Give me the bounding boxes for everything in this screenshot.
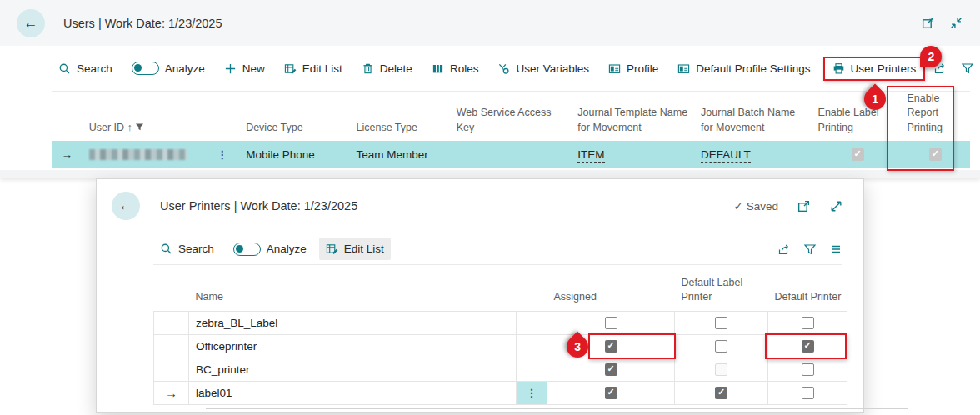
user-row[interactable]: → ⋮ Mobile Phone Team Member ITEM DEFAUL… [52, 141, 970, 168]
cell-journal-batch[interactable]: DEFAULT [698, 141, 815, 168]
variables-icon [498, 62, 510, 75]
roles-button[interactable]: Roles [425, 58, 486, 80]
row-selector-header [154, 272, 189, 311]
users-command-bar: Search Analyze New Edit List D [52, 46, 970, 92]
printer-row-zebra[interactable]: zebra_BL_Label [154, 311, 848, 334]
users-page-window: ← Users | Work Date: 1/23/2025 Search [0, 0, 980, 178]
open-in-new-window-icon[interactable] [921, 16, 935, 30]
edit-list-icon [284, 62, 297, 75]
default-label-printer-checkbox[interactable] [715, 340, 728, 352]
assigned-checkbox[interactable] [605, 317, 618, 329]
user-variables-button[interactable]: User Variables [491, 58, 596, 80]
cell-web-service-access-key[interactable] [453, 141, 575, 168]
sort-ascending-icon: ↑ [128, 122, 132, 133]
dialog-command-bar: Search Analyze Edit List [153, 232, 842, 265]
users-list: User ID ↑ Device Type License Type Web S… [52, 92, 970, 168]
toggle-switch-icon[interactable] [233, 242, 261, 256]
share-icon[interactable] [778, 242, 791, 256]
user-printers-button[interactable]: User Printers 2 [823, 57, 926, 81]
printer-name[interactable]: Officeprinter [189, 334, 517, 358]
filter-icon[interactable] [961, 62, 974, 75]
back-arrow-icon: ← [119, 198, 133, 214]
redacted-user-id[interactable] [89, 149, 188, 160]
printer-row-bc-printer[interactable]: BC_printer [154, 358, 848, 381]
users-titlebar: ← Users | Work Date: 1/23/2025 [0, 0, 980, 46]
default-profile-settings-button[interactable]: Default Profile Settings [671, 58, 817, 80]
dialog-edit-list-button[interactable]: Edit List [319, 238, 391, 260]
profile-card-icon [608, 62, 621, 75]
active-row-arrow-icon: → [154, 381, 189, 404]
edit-list-icon [326, 242, 338, 255]
col-row-menu [517, 272, 548, 311]
col-default-label-printer[interactable]: Default Label Printer [675, 272, 768, 311]
search-button[interactable]: Search [52, 58, 119, 80]
cell-device-type[interactable]: Mobile Phone [242, 141, 352, 168]
trash-icon [362, 62, 374, 75]
cell-journal-template[interactable]: ITEM [574, 141, 698, 168]
default-label-printer-checkbox[interactable] [715, 363, 728, 376]
row-ellipsis-icon[interactable]: ⋮ [527, 387, 538, 399]
edit-list-button[interactable]: Edit List [278, 58, 349, 80]
printers-list: Name Assigned Default Label Printer Defa… [153, 272, 863, 409]
printers-header-row: Name Assigned Default Label Printer Defa… [154, 272, 848, 311]
default-printer-checkbox[interactable] [802, 363, 814, 376]
new-button[interactable]: New [218, 58, 272, 80]
search-icon [58, 62, 71, 75]
users-header-row: User ID ↑ Device Type License Type Web S… [52, 92, 970, 141]
printer-icon [832, 62, 845, 75]
plus-icon [224, 62, 237, 75]
search-icon [160, 242, 172, 255]
col-name[interactable]: Name [189, 272, 517, 311]
check-icon: ✓ [733, 199, 742, 212]
default-label-printer-checkbox[interactable] [715, 387, 728, 399]
printer-row-officeprinter[interactable]: Officeprinter [154, 334, 848, 358]
cell-license-type[interactable]: Team Member [353, 141, 453, 168]
enable-label-printing-checkbox [852, 148, 864, 161]
delete-button[interactable]: Delete [355, 58, 419, 80]
dialog-search-button[interactable]: Search [153, 238, 221, 260]
profile-button[interactable]: Profile [602, 58, 665, 80]
col-journal-template[interactable]: Journal Template Name for Movement [574, 92, 698, 141]
printer-name[interactable]: label01 [189, 381, 517, 404]
dialog-title: User Printers | Work Date: 1/23/2025 [160, 199, 358, 212]
annotation-badge-2: 2 [920, 46, 942, 68]
page-title: Users | Work Date: 1/23/2025 [63, 17, 222, 30]
toggle-switch-icon[interactable] [132, 62, 159, 75]
filter-icon[interactable] [803, 242, 817, 256]
row-selector-header [52, 92, 86, 141]
open-in-new-window-icon[interactable] [797, 199, 811, 213]
analyze-toggle[interactable]: Analyze [125, 57, 212, 80]
row-ellipsis-icon[interactable]: ⋮ [217, 148, 228, 161]
menu-list-icon[interactable] [829, 242, 842, 256]
col-user-id[interactable]: User ID ↑ [86, 92, 242, 141]
printer-name[interactable]: BC_printer [189, 358, 517, 381]
back-arrow-icon: ← [24, 15, 38, 32]
dialog-back-button[interactable]: ← [112, 192, 140, 220]
printer-row-label01[interactable]: → label01 ⋮ [154, 381, 848, 404]
annotation-box-default-printer-checkbox [765, 333, 847, 359]
col-journal-batch[interactable]: Journal Batch Name for Movement [698, 92, 815, 141]
columns-icon [432, 62, 444, 75]
printer-name[interactable]: zebra_BL_Label [189, 311, 517, 334]
col-default-printer[interactable]: Default Printer [768, 272, 848, 311]
selected-row-arrow-icon: → [52, 141, 86, 168]
default-label-printer-checkbox[interactable] [715, 317, 728, 329]
col-device-type[interactable]: Device Type [242, 92, 352, 141]
col-web-service-access-key[interactable]: Web Service Access Key [453, 92, 575, 141]
user-printers-dialog: ← User Printers | Work Date: 1/23/2025 ✓… [96, 178, 864, 412]
col-assigned[interactable]: Assigned [548, 272, 675, 311]
default-printer-checkbox[interactable] [802, 387, 814, 399]
table-bottom-divider [206, 408, 908, 409]
dialog-analyze-toggle[interactable]: Analyze [227, 238, 313, 261]
assigned-checkbox[interactable] [605, 363, 618, 376]
saved-status: ✓ Saved [733, 199, 778, 212]
col-license-type[interactable]: License Type [353, 92, 453, 141]
assigned-checkbox[interactable] [605, 387, 618, 399]
dialog-titlebar: ← User Printers | Work Date: 1/23/2025 ✓… [97, 179, 863, 232]
profile-settings-card-icon [678, 62, 690, 75]
default-printer-checkbox[interactable] [802, 317, 814, 329]
back-button[interactable]: ← [17, 9, 45, 38]
annotation-box-enable-report-printing: 1 [887, 86, 954, 171]
expand-window-icon[interactable] [829, 199, 843, 213]
collapse-window-icon[interactable] [949, 16, 963, 30]
